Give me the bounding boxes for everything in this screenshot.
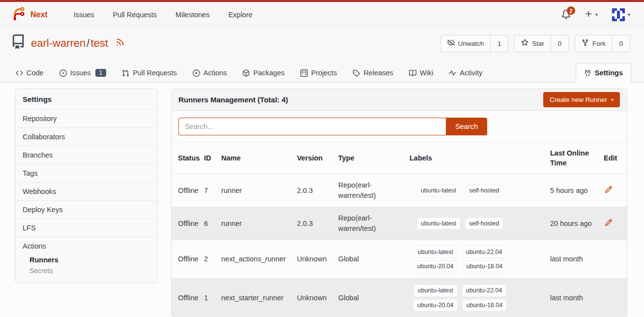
nav-item-pull-requests[interactable]: Pull Requests <box>113 6 157 24</box>
star-button[interactable]: Star <box>515 35 551 52</box>
sidebar-item-tags[interactable]: Tags <box>15 164 157 182</box>
repo-name-link[interactable]: test <box>90 37 108 49</box>
sidebar-actions-subitems: Runners Secrets <box>23 250 150 276</box>
chevron-down-icon: ▾ <box>628 12 630 17</box>
runner-status: Offline <box>172 279 204 317</box>
fork-count[interactable]: 0 <box>612 35 630 52</box>
search-button[interactable]: Search <box>446 118 487 135</box>
label-pill: ubuntu-18.04 <box>463 299 507 311</box>
tag-icon <box>352 69 360 77</box>
notification-count-badge: 2 <box>567 6 575 15</box>
tab-issues[interactable]: Issues 1 <box>55 63 112 82</box>
search-input[interactable] <box>178 118 446 135</box>
fork-button-group: Fork 0 <box>575 35 630 52</box>
tab-pull-requests[interactable]: Pull Requests <box>117 63 181 82</box>
label-pill: ubuntu-18.04 <box>463 260 507 272</box>
runners-panel: Runners Management (Total: 4) Create new… <box>171 89 627 317</box>
runners-panel-header: Runners Management (Total: 4) Create new… <box>172 89 627 111</box>
label-pill: ubuntu-20.04 <box>413 260 458 272</box>
label-pill: self-hosted <box>465 218 503 229</box>
tab-packages[interactable]: Packages <box>237 63 290 82</box>
tab-wiki[interactable]: Wiki <box>404 63 438 82</box>
tools-icon <box>584 69 591 77</box>
edit-cell-empty <box>604 279 627 317</box>
runner-type: Global <box>338 293 359 303</box>
col-status: Status <box>172 143 204 174</box>
fork-button[interactable]: Fork <box>575 35 612 52</box>
star-count[interactable]: 0 <box>551 35 568 52</box>
runner-status: Offline <box>172 207 204 240</box>
label-pill: self-hosted <box>465 185 503 196</box>
table-row: Offline 1 next_starter_runner Unknown Gl… <box>172 279 627 317</box>
sidebar-item-runners[interactable]: Runners <box>29 254 150 265</box>
create-new-runner-button[interactable]: Create new Runner ▾ <box>543 92 620 107</box>
repo-header: earl-warren/test Unwatch 1 Star 0 <box>0 28 644 59</box>
runner-last-online: 5 hours ago <box>550 174 604 207</box>
tab-projects[interactable]: Projects <box>295 63 342 82</box>
col-last-online-time: Last Online Time <box>550 143 604 174</box>
runner-status: Offline <box>172 240 204 279</box>
table-row: Offline 2 next_actions_runner Unknown Gl… <box>172 240 627 279</box>
fork-icon <box>582 39 589 48</box>
label-pill: ubuntu-22.04 <box>462 246 506 258</box>
star-button-group: Star 0 <box>514 35 569 52</box>
rss-icon[interactable] <box>116 37 125 50</box>
repo-tabbar: Code Issues 1 Pull Requests Actions Pack… <box>0 59 644 83</box>
project-icon <box>300 69 308 77</box>
unwatch-button[interactable]: Unwatch <box>441 35 491 52</box>
sidebar-item-secrets[interactable]: Secrets <box>29 265 150 276</box>
issues-count-badge: 1 <box>95 69 107 77</box>
tab-settings[interactable]: Settings <box>576 63 631 83</box>
book-icon <box>409 69 416 77</box>
nav-item-milestones[interactable]: Milestones <box>176 6 209 24</box>
col-labels: Labels <box>410 143 550 174</box>
tab-releases[interactable]: Releases <box>348 63 398 82</box>
sidebar-item-collaborators[interactable]: Collaborators <box>15 127 157 146</box>
sidebar-item-branches[interactable]: Branches <box>15 146 157 164</box>
sidebar-item-deploy-keys[interactable]: Deploy Keys <box>15 200 157 219</box>
navbar-right: 2 ▾ ▾ <box>561 8 630 22</box>
label-pill: ubuntu-latest <box>414 246 457 258</box>
runner-id: 1 <box>204 279 221 317</box>
tab-actions[interactable]: Actions <box>188 63 232 82</box>
runner-type: Global <box>338 254 359 264</box>
panel-title: Runners Management (Total: 4) <box>178 95 288 104</box>
sidebar-item-repository[interactable]: Repository <box>15 109 157 127</box>
col-id: ID <box>204 143 221 174</box>
tab-activity[interactable]: Activity <box>444 63 487 82</box>
sidebar-section-actions: Actions Runners Secrets <box>15 237 157 283</box>
sidebar-item-actions[interactable]: Actions <box>23 242 150 250</box>
repo-owner-link[interactable]: earl-warren <box>31 37 86 49</box>
runner-labels: ubuntu-latest ubuntu-22.04 ubuntu-20.04 … <box>410 285 510 311</box>
edit-runner-button[interactable] <box>604 218 614 227</box>
star-icon <box>521 39 528 48</box>
runners-table: Status ID Name Version Type Labels Last … <box>172 143 627 317</box>
runner-version: 2.0.3 <box>297 174 338 207</box>
sidebar-item-webhooks[interactable]: Webhooks <box>15 182 157 200</box>
nav-item-issues[interactable]: Issues <box>74 6 94 24</box>
pencil-icon <box>605 219 613 226</box>
plus-icon <box>585 10 593 20</box>
chevron-down-icon: ▾ <box>611 97 614 102</box>
notifications-button[interactable]: 2 <box>561 10 571 19</box>
watch-count[interactable]: 1 <box>490 35 508 52</box>
brand-name: Next <box>30 10 48 19</box>
runner-status: Offline <box>172 174 204 207</box>
repo-action-buttons: Unwatch 1 Star 0 Fork 0 <box>440 35 630 52</box>
tab-code[interactable]: Code <box>11 63 49 82</box>
runner-name: runner <box>221 174 297 207</box>
repo-path-separator: / <box>87 37 89 49</box>
create-new-menu[interactable]: ▾ <box>585 10 598 20</box>
edit-runner-button[interactable] <box>604 185 614 194</box>
label-pill: ubuntu-latest <box>414 285 457 296</box>
brand-home-link[interactable]: Next <box>11 6 48 23</box>
runner-last-online: 20 hours ago <box>550 207 604 240</box>
table-row: Offline 7 runner 2.0.3 Repo(earl-warren/… <box>172 174 627 207</box>
git-pull-request-icon <box>122 69 129 77</box>
label-pill: ubuntu-20.04 <box>413 299 458 311</box>
sidebar-item-lfs[interactable]: LFS <box>15 219 157 237</box>
nav-item-explore[interactable]: Explore <box>228 6 252 24</box>
label-pill: ubuntu-latest <box>417 185 460 196</box>
avatar <box>612 8 625 22</box>
user-menu[interactable]: ▾ <box>612 8 630 22</box>
